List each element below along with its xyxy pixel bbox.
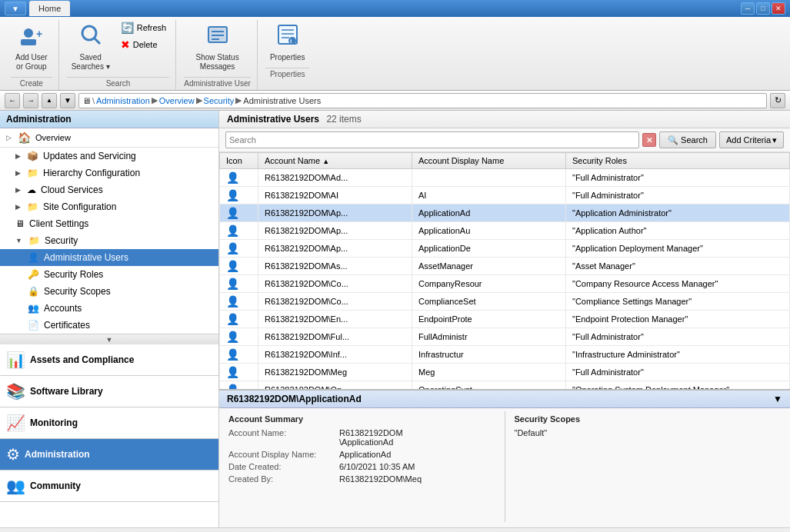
sidebar-item-site-config[interactable]: ▶ 📁 Site Configuration	[0, 198, 218, 215]
cell-icon: 👤	[220, 240, 258, 258]
search-group-label: Search	[67, 77, 170, 90]
cell-account-name: R61382192DOM\As...	[258, 258, 412, 275]
col-display-name[interactable]: Account Display Name	[412, 153, 566, 169]
ribbon-groups: + Add Useror Group Create	[5, 20, 785, 90]
sidebar-item-admin-users[interactable]: 👤 Administrative Users	[0, 249, 218, 266]
user-icon: 👤	[226, 366, 239, 378]
table-row[interactable]: 👤 R61382192DOM\Ad... "Full Administrator…	[220, 169, 790, 187]
nav-dropdown-button[interactable]: ▼	[60, 93, 75, 108]
breadcrumb-item-overview[interactable]: Overview	[159, 96, 195, 105]
cell-roles: "Full Administrator"	[566, 169, 790, 187]
sidebar-item-hierarchy-label: Hierarchy Configuration	[43, 168, 140, 178]
cell-roles: "Application Author"	[566, 222, 790, 240]
search-clear-button[interactable]: ✕	[642, 133, 656, 147]
sidebar-item-security[interactable]: ▼ 📁 Security	[0, 232, 218, 249]
cell-roles: "Application Deployment Manager"	[566, 240, 790, 258]
table-row[interactable]: 👤 R61382192DOM\Co... ComplianceSet "Comp…	[220, 293, 790, 311]
sidebar-big-assets[interactable]: 📊 Assets and Compliance	[0, 344, 218, 376]
breadcrumb-item-security[interactable]: Security	[204, 96, 235, 105]
table-row[interactable]: 👤 R61382192DOM\Ap... ApplicationDe "Appl…	[220, 240, 790, 258]
search-button-label: Search	[681, 135, 708, 145]
col-icon[interactable]: Icon	[220, 153, 258, 169]
refresh-nav-button[interactable]: ↻	[770, 93, 785, 108]
search-buttons: SavedSearches ▾ 🔄 Refresh ✖ Delete	[67, 20, 170, 74]
nav-back-button[interactable]: ←	[5, 93, 20, 108]
cell-account-name: R61382192DOM\AI	[258, 187, 412, 204]
nav-forward-button[interactable]: →	[23, 93, 38, 108]
cloud-icon: ☁	[27, 185, 36, 195]
refresh-button[interactable]: 🔄 Refresh	[118, 20, 170, 35]
table-row[interactable]: 👤 R61382192DOM\Co... CompanyResour "Comp…	[220, 275, 790, 293]
breadcrumb-item-administration[interactable]: Administration	[96, 96, 150, 105]
sidebar-item-updates[interactable]: ▶ 📦 Updates and Servicing	[0, 148, 218, 165]
table-row[interactable]: 👤 R61382192DOM\Ap... ApplicationAu "Appl…	[220, 222, 790, 240]
app-menu-button[interactable]: ▼	[5, 2, 26, 15]
add-criteria-button[interactable]: Add Criteria ▾	[719, 131, 784, 148]
sidebar-big-community[interactable]: 👥 Community	[0, 470, 218, 502]
table-row[interactable]: 👤 R61382192DOM\En... EndpointProte "Endp…	[220, 311, 790, 328]
col-roles[interactable]: Security Roles	[566, 153, 790, 169]
detail-date-created-value: 6/10/2021 10:35 AM	[339, 462, 415, 471]
delete-button[interactable]: ✖ Delete	[118, 37, 170, 52]
col-account-name[interactable]: Account Name▲	[258, 153, 412, 169]
refresh-label: Refresh	[137, 23, 167, 32]
content-title: Administrative Users	[227, 114, 319, 125]
content-header: Administrative Users 22 items	[219, 111, 790, 128]
security-icon: 📁	[28, 235, 40, 246]
saved-searches-button[interactable]: SavedSearches ▾	[67, 20, 115, 74]
maximize-button[interactable]: □	[756, 2, 770, 15]
table-row[interactable]: 👤 R61382192DOM\As... AssetManager "Asset…	[220, 258, 790, 275]
sidebar-item-hierarchy[interactable]: ▶ 📁 Hierarchy Configuration	[0, 165, 218, 181]
hierarchy-expand-icon: ▶	[15, 169, 21, 177]
search-input[interactable]	[225, 131, 639, 148]
sidebar-scroll-down[interactable]: ▼	[0, 334, 218, 344]
sidebar-big-software-label: Software Library	[30, 386, 103, 397]
add-user-group-button[interactable]: + Add Useror Group	[11, 20, 52, 74]
close-button[interactable]: ✕	[772, 2, 785, 15]
sidebar-item-security-roles[interactable]: 🔑 Security Roles	[0, 266, 218, 283]
table-row[interactable]: 👤 R61382192DOM\Inf... Infrastructur "Inf…	[220, 346, 790, 364]
cell-icon: 👤	[220, 275, 258, 293]
detail-default-scope-row: "Default"	[515, 428, 782, 437]
cell-roles: "Full Administrator"	[566, 328, 790, 346]
table-row[interactable]: 👤 R61382192DOM\Ap... ApplicationAd "Appl…	[220, 204, 790, 222]
sidebar-item-accounts[interactable]: 👥 Accounts	[0, 300, 218, 317]
nav-up-button[interactable]: ▲	[42, 93, 57, 108]
assets-icon: 📊	[6, 351, 25, 369]
show-status-button[interactable]: Show StatusMessages	[192, 20, 244, 74]
properties-button[interactable]: i Properties	[265, 20, 310, 65]
sidebar-big-monitoring[interactable]: 📈 Monitoring	[0, 407, 218, 439]
cell-account-name: R61382192DOM\Ap...	[258, 222, 412, 240]
detail-expand-icon[interactable]: ▼	[773, 394, 782, 404]
cell-icon: 👤	[220, 381, 258, 390]
sidebar-item-site-config-label: Site Configuration	[43, 201, 116, 212]
content-area: Administrative Users 22 items ✕ 🔍 Search…	[219, 111, 790, 527]
breadcrumb-path: 🖥 \ Administration ▶ Overview ▶ Security…	[78, 93, 767, 108]
table-header: Icon Account Name▲ Account Display Name …	[220, 153, 790, 169]
svg-rect-1	[21, 39, 36, 45]
table-row[interactable]: 👤 R61382192DOM\Ful... FullAdministr "Ful…	[220, 328, 790, 346]
cell-account-name: R61382192DOM\Ad...	[258, 169, 412, 187]
detail-display-name-value: ApplicationAd	[339, 450, 391, 459]
ribbon-group-admin-user: Show StatusMessages Administrative User	[178, 20, 258, 90]
sidebar-big-software[interactable]: 📚 Software Library	[0, 376, 218, 407]
minimize-button[interactable]: ─	[741, 2, 755, 15]
search-button[interactable]: 🔍 Search	[659, 131, 716, 148]
sidebar-item-admin-users-label: Administrative Users	[44, 252, 128, 263]
table-row[interactable]: 👤 R61382192DOM\AI AI "Full Administrator…	[220, 187, 790, 204]
sidebar-item-overview[interactable]: ▷ 🏠 Overview	[0, 128, 218, 147]
sidebar-item-certificates[interactable]: 📄 Certificates	[0, 317, 218, 334]
certificates-icon: 📄	[28, 320, 39, 331]
sidebar-item-client-settings[interactable]: 🖥 Client Settings	[0, 215, 218, 232]
home-tab[interactable]: Home	[29, 1, 70, 16]
table-row[interactable]: 👤 R61382192DOM\Meg Meg "Full Administrat…	[220, 364, 790, 381]
cell-icon: 👤	[220, 346, 258, 364]
sidebar-item-cloud[interactable]: ▶ ☁ Cloud Services	[0, 181, 218, 198]
detail-display-name-row: Account Display Name: ApplicationAd	[228, 450, 495, 459]
sidebar-big-administration[interactable]: ⚙ Administration	[0, 439, 218, 470]
sidebar-item-security-scopes[interactable]: 🔒 Security Scopes	[0, 283, 218, 300]
cell-icon: 👤	[220, 187, 258, 204]
table-row[interactable]: 👤 R61382192DOM\Op... OperatingSyst "Oper…	[220, 381, 790, 390]
sidebar-item-cloud-label: Cloud Services	[41, 185, 103, 195]
sidebar-item-accounts-label: Accounts	[44, 303, 82, 314]
